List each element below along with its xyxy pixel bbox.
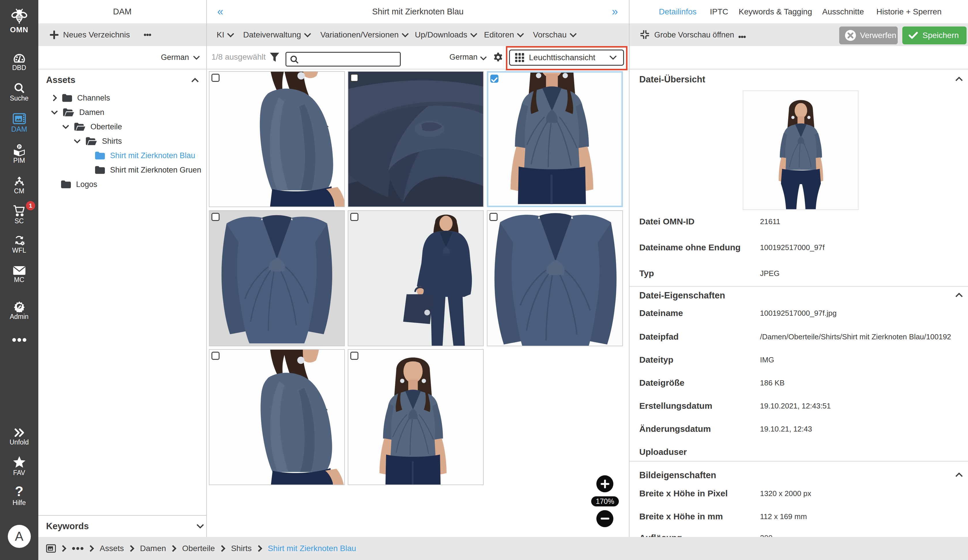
svg-text:P: P bbox=[18, 144, 20, 149]
